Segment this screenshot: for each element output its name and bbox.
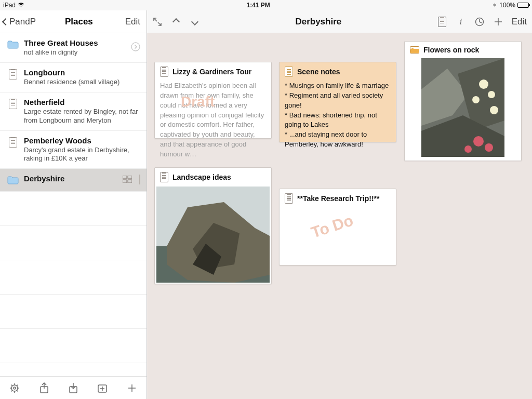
svg-point-5 [11,385,18,391]
battery-pct: 100% [499,2,515,9]
item-title: Three Great Houses [24,38,126,47]
folder-icon [7,39,19,50]
svg-text:i: i [459,17,461,26]
import-button[interactable] [67,382,79,394]
item-subtitle: not alike in dignity [24,48,126,57]
sidebar-edit-button[interactable]: Edit [122,17,143,27]
sidebar-item-netherfield[interactable]: Netherfield Large estate rented by Bingl… [0,92,147,131]
item-title: Longbourn [24,68,140,77]
sidebar-item-pemberley-woods[interactable]: Pemberley Woods Darcy's grand estate in … [0,131,147,169]
card-body: * Musings on family life & marriage * Re… [280,81,396,155]
item-subtitle: Bennet residence (small village) [24,78,140,87]
corkboard[interactable]: Draft Lizzy & Gardiners Tour Had Elizabe… [147,33,532,399]
history-button[interactable] [474,17,485,27]
image-icon [410,46,419,54]
svg-line-12 [17,390,18,391]
card-body: Had Elizabeth's opinion been all drawn f… [155,81,271,165]
card-flowers-on-rock[interactable]: Flowers on rock [404,41,522,161]
svg-line-11 [11,384,12,385]
next-button[interactable] [190,17,200,27]
expand-button[interactable] [152,17,163,27]
add-button[interactable] [126,382,138,394]
status-bar: iPad 1:41 PM ✶ 100% [0,0,532,10]
share-button[interactable] [38,382,50,394]
add-document-button[interactable] [493,17,503,27]
document-icon [160,66,168,77]
svg-line-25 [158,22,161,25]
svg-point-36 [472,96,480,103]
svg-rect-4 [128,180,132,183]
svg-point-35 [488,91,495,98]
svg-point-0 [131,43,140,51]
line: * Musings on family life & marriage [285,81,391,91]
battery-icon [517,3,529,8]
card-lizzy-gardiners[interactable]: Draft Lizzy & Gardiners Tour Had Elizabe… [154,62,272,139]
line: * Regiment and all varied society gone! [285,91,391,111]
main-header: Derbyshire i Edit [147,10,532,33]
wifi-icon [18,2,24,9]
chevron-left-icon [2,18,9,25]
card-research-trip[interactable]: To Do **Take Research Trip!!** [279,189,396,265]
back-label: PandP [9,17,36,27]
svg-line-14 [17,384,18,385]
notes-icon [285,66,293,77]
settings-button[interactable] [8,382,21,394]
line: * ...and staying next door to Pemberley,… [285,130,391,150]
editor-mode-button[interactable] [437,17,447,27]
svg-point-40 [464,145,472,153]
item-title: Derbyshire [24,174,117,183]
svg-line-24 [154,18,157,21]
folder-icon [7,175,19,186]
card-scene-notes[interactable]: Scene notes * Musings on family life & m… [279,62,396,142]
svg-point-38 [473,136,484,147]
bluetooth-icon: ✶ [492,2,497,9]
card-title: **Take Research Trip!!** [297,194,379,203]
svg-point-34 [479,79,488,89]
back-button[interactable]: PandP [3,17,36,27]
thumbnail-image [156,187,270,283]
main-edit-button[interactable]: Edit [512,17,527,27]
sidebar-item-three-great-houses[interactable]: Three Great Houses not alike in dignity [0,33,147,63]
document-icon [285,193,293,204]
sidebar-item-derbyshire[interactable]: Derbyshire [0,169,147,192]
corkboard-icon [123,176,132,185]
disclosure-icon [131,42,140,54]
card-title: Flowers on rock [423,46,479,54]
document-icon [7,98,19,110]
prev-button[interactable] [171,17,181,27]
card-title: Landscape ideas [172,173,231,181]
line: * Bad news: shortened trip, not going to… [285,111,391,130]
item-subtitle: Large estate rented by Bingley, not far … [24,108,140,125]
main-title: Derbyshire [200,17,437,27]
card-title: Lizzy & Gardiners Tour [172,68,251,76]
document-icon [160,172,168,182]
clock: 1:41 PM [246,2,270,9]
sidebar-header: PandP Places Edit [0,10,147,33]
svg-rect-1 [123,176,127,179]
thumbnail-image [421,58,504,157]
item-title: Pemberley Woods [24,136,140,145]
inspector-button[interactable]: i [456,17,466,27]
sidebar-list: Three Great Houses not alike in dignity … [0,33,147,376]
card-landscape-ideas[interactable]: Landscape ideas [154,167,272,284]
svg-rect-3 [123,180,127,183]
svg-rect-2 [128,176,132,179]
sidebar-title: Places [36,17,122,27]
svg-point-6 [14,387,16,389]
document-icon [7,137,19,148]
device-label: iPad [3,2,16,9]
sidebar-toolbar [0,376,147,399]
main-panel: Derbyshire i Edit Draft Lizzy & Gardiner… [147,10,532,399]
chevron-right-icon [139,176,140,185]
svg-point-37 [490,106,498,114]
new-folder-button[interactable] [96,382,109,394]
item-title: Netherfield [24,98,140,107]
card-title: Scene notes [297,68,340,76]
sidebar-item-longbourn[interactable]: Longbourn Bennet residence (small villag… [0,63,147,92]
status-stamp: To Do [309,211,355,242]
svg-point-39 [485,143,493,152]
document-icon [7,69,19,80]
sidebar: PandP Places Edit Three Great Houses not… [0,10,147,399]
svg-line-13 [11,390,12,391]
item-subtitle: Darcy's grand estate in Derbyshire, raki… [24,146,140,164]
